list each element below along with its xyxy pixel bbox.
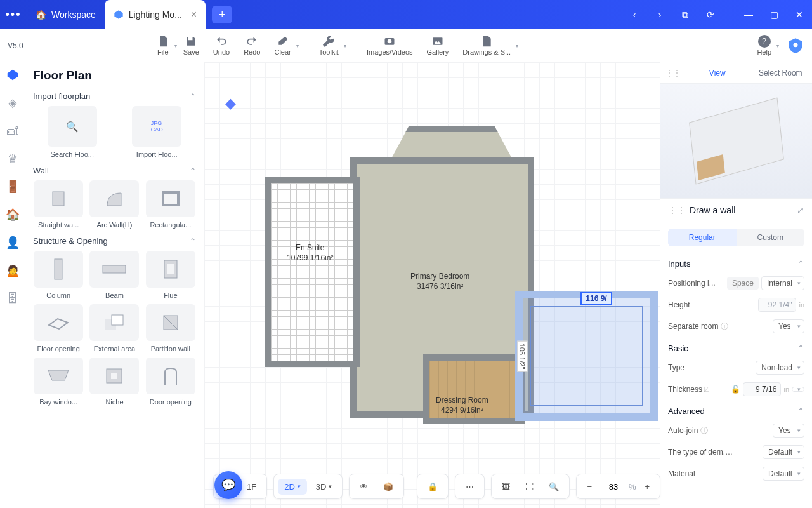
section-basic[interactable]: Basic⌃ <box>668 337 804 357</box>
section-structure[interactable]: Structure & Opening ⌃ <box>33 236 196 246</box>
more-icon[interactable]: ⋯ <box>459 479 480 495</box>
zoom-in-button[interactable]: + <box>639 479 657 495</box>
positioning-select[interactable]: Internal <box>761 276 804 290</box>
app-menu-icon[interactable]: ••• <box>0 8 27 22</box>
floor-selector[interactable]: 1F <box>240 479 263 495</box>
rail-models[interactable]: ◈ <box>4 94 22 112</box>
visibility-icon[interactable]: 👁 <box>353 479 374 495</box>
rail-floorplan[interactable] <box>4 66 22 84</box>
rail-buildings[interactable]: 🏠 <box>4 206 22 224</box>
card-search-floorplan[interactable]: 🔍 Search Floo... <box>33 106 112 158</box>
plabel: Separate room ⓘ <box>668 321 728 332</box>
card-flue[interactable]: Flue <box>145 251 196 299</box>
window-minimize-button[interactable]: — <box>736 0 761 29</box>
refresh-icon[interactable]: ⟳ <box>698 0 723 29</box>
nav-forward-button[interactable]: › <box>647 0 672 29</box>
card-arc-wall[interactable]: Arc Wall(H) <box>89 180 140 229</box>
dimension-width-input[interactable] <box>580 292 612 305</box>
info-icon[interactable]: ⓘ <box>700 426 708 435</box>
tab-close-icon[interactable]: × <box>191 9 197 20</box>
row-demo-type: The type of dem... ⓘ Default <box>668 441 804 463</box>
file-button[interactable]: File▾ <box>150 34 176 57</box>
save-button[interactable]: Save <box>177 34 206 57</box>
rail-user[interactable]: 🙍 <box>4 262 22 279</box>
card-rect-wall[interactable]: Rectangula... <box>145 180 196 229</box>
toolkit-button[interactable]: Toolkit▾ <box>313 34 345 57</box>
section-inputs[interactable]: Inputs⌃ <box>668 253 804 272</box>
document-icon <box>480 35 493 48</box>
room-en-suite[interactable] <box>265 177 360 367</box>
seg-regular[interactable]: Regular <box>668 229 737 246</box>
tab-select-room[interactable]: Select Room <box>749 64 813 83</box>
autojoin-select[interactable]: Yes <box>773 424 804 438</box>
card-column[interactable]: Column <box>33 251 84 299</box>
file-icon <box>157 35 169 48</box>
redo-button[interactable]: Redo <box>237 34 266 57</box>
lock-icon[interactable]: 🔒 <box>421 479 444 495</box>
height-input[interactable]: 92 1/4" <box>758 298 796 312</box>
mode-3d-button[interactable]: 3D ▾ <box>310 479 339 495</box>
drawings-button[interactable]: Drawings & S...▾ <box>456 34 517 57</box>
expand-icon[interactable]: ⤢ <box>797 205 804 215</box>
demo-select[interactable]: Default <box>763 445 804 459</box>
thickness-input[interactable]: 9 7/16 <box>743 382 781 396</box>
lock-icon[interactable]: 🔓 <box>731 385 740 394</box>
images-videos-button[interactable]: Images/Videos <box>360 34 419 57</box>
window-close-button[interactable]: ✕ <box>787 0 812 29</box>
chat-support-button[interactable] <box>214 471 242 499</box>
box-view-icon[interactable]: 📦 <box>377 479 400 495</box>
window-duplicate-icon[interactable]: ⧉ <box>672 0 698 29</box>
nav-back-button[interactable]: ‹ <box>622 0 647 29</box>
undo-button[interactable]: Undo <box>207 34 236 57</box>
card-floor-opening[interactable]: Floor opening <box>33 304 84 352</box>
rail-storage[interactable]: 🗄 <box>4 290 22 307</box>
tab-active-document[interactable]: Lighting Mo... × <box>105 0 206 29</box>
rail-doors[interactable]: 🚪 <box>4 178 22 196</box>
card-straight-wall[interactable]: Straight wa... <box>33 180 84 229</box>
tab-workspace[interactable]: 🏠 Workspace <box>27 0 105 29</box>
section-advanced[interactable]: Advanced⌃ <box>668 400 804 420</box>
sidebar-title: Floor Plan <box>33 69 196 83</box>
gallery-button[interactable]: Gallery <box>421 34 455 57</box>
tab-add-button[interactable]: + <box>212 6 232 23</box>
gallery-icon <box>431 35 444 48</box>
image-icon[interactable]: 🖼 <box>495 479 516 495</box>
material-select[interactable]: Default <box>763 467 804 481</box>
seg-custom[interactable]: Custom <box>737 229 805 246</box>
card-external-area[interactable]: External area <box>89 304 140 352</box>
section-import[interactable]: Import floorplan ⌃ <box>33 91 196 101</box>
preview-3d[interactable] <box>660 84 812 198</box>
type-select[interactable]: Non-load <box>756 361 804 375</box>
floorplan-drawing[interactable]: En Suite10799 1/16in² Primary Bedroom314… <box>233 100 677 456</box>
card-import-floorplan[interactable]: JPGCAD Import Floo... <box>118 106 197 158</box>
card-niche[interactable]: Niche <box>89 358 140 406</box>
card-beam[interactable]: Beam <box>89 251 140 299</box>
thickness-stepper[interactable] <box>792 387 804 392</box>
info-icon[interactable]: ⓘ <box>721 322 728 331</box>
grip-icon[interactable]: ⋮⋮ <box>660 69 686 77</box>
canvas[interactable]: ◆ En Suite10799 1/16in² Primary Bedroom3… <box>204 62 660 508</box>
beam-icon <box>89 251 139 288</box>
rail-furniture[interactable]: 🛋 <box>4 122 22 140</box>
main-toolbar: V5.0 File▾ Save Undo Redo Clear▾ Toolkit… <box>0 29 812 62</box>
fit-screen-icon[interactable]: ⛶ <box>519 479 540 495</box>
section-wall[interactable]: Wall ⌃ <box>33 166 196 175</box>
zoom-out-button[interactable]: − <box>580 479 598 495</box>
help-button[interactable]: ? Help▾ <box>750 34 778 57</box>
card-partition-wall[interactable]: Partition wall <box>145 304 196 352</box>
rail-premium[interactable]: ♛ <box>4 150 22 168</box>
rail-people[interactable]: 👤 <box>4 234 22 251</box>
brand-shield-icon[interactable] <box>787 37 804 55</box>
clear-button[interactable]: Clear▾ <box>268 34 297 57</box>
zoom-region-icon[interactable]: 🔍 <box>542 479 565 495</box>
card-bay-window[interactable]: Bay windo... <box>33 358 84 406</box>
dimension-input-field[interactable] <box>580 292 612 305</box>
card-door-opening[interactable]: Door opening <box>145 358 196 406</box>
window-maximize-button[interactable]: ▢ <box>761 0 787 29</box>
mode-2d-button[interactable]: 2D ▾ <box>278 479 307 495</box>
measure-icon[interactable]: ⟀ <box>704 385 709 394</box>
undo-icon <box>215 35 228 48</box>
new-room-drawing[interactable]: 105 1/2" <box>515 291 658 421</box>
separate-select[interactable]: Yes <box>773 319 804 333</box>
tab-view[interactable]: View <box>686 64 749 83</box>
